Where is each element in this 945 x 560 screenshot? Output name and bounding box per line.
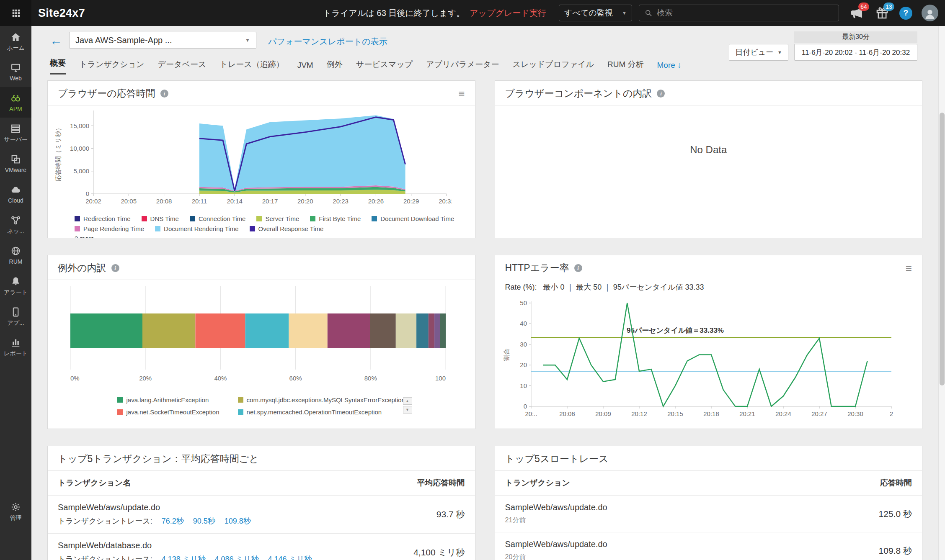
sidebar-item-network[interactable]: ネッ... (0, 209, 31, 240)
svg-text:20:05: 20:05 (121, 198, 137, 205)
legend-item[interactable]: com.mysql.jdbc.exceptions.MySQLSyntaxErr… (238, 396, 405, 403)
trace-link[interactable]: 4,146 ミリ秒 (268, 554, 312, 560)
upgrade-link[interactable]: アップグレード実行 (470, 8, 546, 19)
svg-text:20:32: 20:32 (439, 198, 452, 205)
svg-text:40: 40 (520, 320, 527, 327)
legend-item[interactable]: net.spy.memcached.OperationTimeoutExcept… (238, 408, 405, 416)
sidebar-item-home[interactable]: ホーム (0, 26, 31, 57)
trace-name-link[interactable]: SampleWeb/aws/update.do (505, 503, 870, 512)
sidebar-item-admin[interactable]: 管理 (0, 496, 31, 527)
avatar[interactable] (922, 5, 938, 21)
apps-grid-button[interactable] (0, 0, 31, 26)
notifications-button[interactable]: 64 (850, 6, 864, 20)
legend-label: Overall Response Time (258, 225, 324, 232)
sidebar-item-report[interactable]: レポート (0, 331, 31, 362)
logo[interactable]: Site24x7 (38, 7, 85, 20)
legend-more-link[interactable]: 3 more... (48, 232, 475, 238)
legend-item[interactable]: Document Rendering Time (155, 225, 238, 232)
tab-exceptions[interactable]: 例外 (327, 59, 343, 74)
legend-swatch (117, 397, 123, 403)
tab-transactions[interactable]: トランザクション (79, 59, 145, 74)
sidebar-item-rum[interactable]: RUM (0, 240, 31, 270)
sidebar-item-vmware[interactable]: VMware (0, 148, 31, 179)
scrollbar-thumb[interactable] (940, 113, 945, 385)
sidebar-item-apm[interactable]: APM (0, 87, 31, 118)
transaction-name-link[interactable]: SampleWeb/database.do (58, 541, 405, 550)
sidebar-item-alert[interactable]: アラート (0, 270, 31, 301)
tab-more[interactable]: More ↓ (657, 61, 682, 74)
date-range-picker[interactable]: 11-6月-20 20:02 - 11-6月-20 20:32 (794, 44, 917, 61)
svg-text:20: 20 (520, 361, 527, 368)
sidebar-item-label: ネッ... (7, 228, 24, 234)
sidebar-item-cloud[interactable]: Cloud (0, 179, 31, 209)
trace-list-label: トランザクショントレース: (58, 554, 152, 560)
sidebar-item-label: アラート (4, 289, 28, 295)
svg-text:0: 0 (86, 190, 89, 197)
legend-item[interactable]: Redirection Time (75, 215, 131, 222)
legend-item[interactable]: Server Time (256, 215, 299, 222)
legend-label: net.spy.memcached.OperationTimeoutExcept… (247, 408, 382, 416)
trace-name-link[interactable]: SampleWeb/aws/update.do (505, 539, 870, 549)
whats-new-button[interactable]: 13 (875, 6, 889, 20)
tab-overview[interactable]: 概要 (50, 58, 66, 74)
sidebar-item-label: RUM (9, 259, 23, 265)
tab-thread-profile[interactable]: スレッドプロファイル (512, 59, 594, 74)
legend-item[interactable]: Document Download Time (372, 215, 454, 222)
vertical-scrollbar[interactable] (938, 26, 945, 560)
panel-title: トップ5トランザクション：平均応答時間ごと (58, 452, 259, 465)
trace-link[interactable]: 109.8秒 (225, 516, 251, 526)
trace-link[interactable]: 4,138 ミリ秒 (162, 554, 206, 560)
legend-item[interactable]: Page Rendering Time (75, 225, 144, 232)
transaction-name-link[interactable]: SampleWeb/aws/update.do (58, 503, 428, 512)
svg-text:20:09: 20:09 (595, 410, 611, 417)
trial-text: トライアルは 63 日後に終了します。 (323, 8, 465, 19)
legend-item[interactable]: java.net.SocketTimeoutException (117, 408, 219, 416)
svg-text:20:23: 20:23 (333, 198, 349, 205)
help-button[interactable]: ? (899, 7, 912, 20)
info-icon[interactable]: i (657, 90, 665, 98)
sidebar-item-label: Web (10, 75, 22, 81)
svg-text:割合: 割合 (503, 349, 510, 361)
info-icon[interactable]: i (111, 264, 119, 272)
sidebar-item-app[interactable]: アプ... (0, 301, 31, 331)
legend-scroll-down-icon[interactable]: ▼ (403, 406, 412, 414)
avg-response-value: 93.7 秒 (436, 509, 465, 520)
tab-database[interactable]: データベース (158, 59, 207, 74)
tab-traces[interactable]: トレース（追跡） (219, 59, 284, 74)
application-selector[interactable]: Java AWS-Sample-App ... ▼ (69, 32, 256, 49)
sidebar-item-server[interactable]: サーバー (0, 118, 31, 148)
info-icon[interactable]: i (574, 264, 582, 272)
legend-item[interactable]: java.lang.ArithmeticException (117, 396, 219, 403)
date-view-button[interactable]: 日付ビュー ▼ (729, 44, 788, 61)
search-input[interactable] (657, 8, 834, 18)
monitor-filter-dropdown[interactable]: すべての監視 ▼ (559, 5, 632, 21)
svg-text:20:02: 20:02 (85, 198, 101, 205)
legend-item[interactable]: DNS Time (142, 215, 179, 222)
info-icon[interactable]: i (160, 90, 168, 98)
legend-label: DNS Time (150, 215, 179, 222)
tab-jvm[interactable]: JVM (297, 61, 313, 74)
back-arrow-icon[interactable]: ← (50, 34, 62, 47)
sidebar-item-web[interactable]: Web (0, 57, 31, 87)
svg-text:20:08: 20:08 (156, 198, 172, 205)
legend-item[interactable]: First Byte Time (310, 215, 361, 222)
trace-link[interactable]: 76.2秒 (162, 516, 184, 526)
panel-title: HTTPエラー率 (505, 262, 569, 275)
app-icon (10, 307, 21, 317)
tab-service-map[interactable]: サービスマップ (356, 59, 413, 74)
tab-rum-analysis[interactable]: RUM 分析 (607, 59, 644, 74)
trace-link[interactable]: 4,086 ミリ秒 (215, 554, 259, 560)
tab-app-parameters[interactable]: アプリパラメーター (426, 59, 499, 74)
legend-item[interactable]: Overall Response Time (250, 225, 324, 232)
performance-report-link[interactable]: パフォーマンスレポートの表示 (268, 36, 387, 47)
legend-scroll-up-icon[interactable]: ▲ (403, 397, 412, 405)
trace-link[interactable]: 90.5秒 (193, 516, 215, 526)
svg-text:20:11: 20:11 (192, 198, 207, 205)
search-box[interactable] (639, 5, 839, 21)
panel-menu-icon[interactable]: ≡ (906, 263, 912, 274)
table-header: トランザクション 応答時間 (495, 471, 922, 496)
legend-swatch (372, 216, 377, 221)
panel-menu-icon[interactable]: ≡ (458, 88, 465, 99)
legend-item[interactable]: Connection Time (190, 215, 246, 222)
svg-text:0%: 0% (70, 375, 80, 382)
